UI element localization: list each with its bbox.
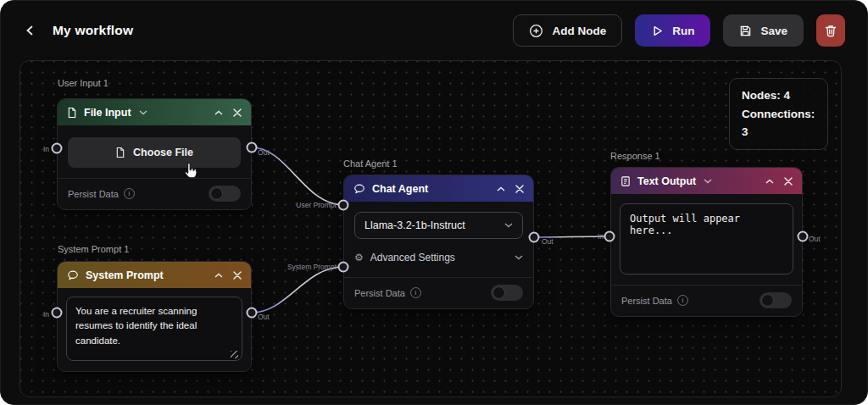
chevron-down-icon	[504, 223, 513, 228]
document-lines-icon	[620, 175, 631, 187]
save-label: Save	[760, 25, 787, 37]
node-ref-user-input-1: User Input 1	[58, 78, 108, 88]
toggle-knob	[210, 187, 223, 200]
advanced-settings-toggle[interactable]: ⚙ Advanced Settings	[354, 252, 523, 264]
node-chat-agent-header[interactable]: Chat Agent	[344, 175, 533, 202]
advanced-settings-label: Advanced Settings	[370, 252, 455, 264]
edge-systemprompt-to-systemprompt	[252, 267, 343, 313]
info-icon[interactable]: i	[410, 287, 421, 298]
port-text-output-in[interactable]	[604, 231, 615, 242]
play-icon	[651, 25, 664, 37]
toggle-knob	[492, 286, 505, 299]
port-system-prompt-in[interactable]	[52, 308, 63, 319]
persist-data-row: Persist Data i	[58, 178, 251, 209]
model-select-value: Llama-3.2-1b-Instruct	[364, 219, 465, 231]
port-chat-agent-out[interactable]	[529, 232, 540, 243]
node-system-prompt-header[interactable]: System Prompt	[58, 262, 251, 288]
node-file-input[interactable]: File Input Choo	[57, 98, 252, 210]
plus-circle-icon	[529, 24, 543, 38]
node-ref-response-1: Response 1	[610, 151, 660, 161]
persist-data-toggle[interactable]	[209, 186, 241, 202]
top-bar: My workflow Add Node Run Save	[1, 1, 867, 60]
chevron-left-icon	[25, 25, 36, 36]
run-button[interactable]: Run	[635, 14, 710, 47]
app-window: My workflow Add Node Run Save	[0, 0, 868, 405]
run-label: Run	[672, 25, 694, 37]
port-label-in: In	[598, 232, 604, 241]
stats-connections: Connections: 3	[742, 105, 815, 141]
port-file-input-in[interactable]	[52, 143, 63, 154]
port-system-prompt-out[interactable]	[247, 308, 258, 319]
file-icon	[67, 107, 77, 119]
page-title: My workflow	[53, 23, 133, 38]
port-label-out: Out	[258, 313, 270, 321]
port-chat-agent-system-prompt[interactable]	[338, 262, 349, 273]
node-text-output-header[interactable]: Text Output	[611, 168, 802, 194]
delete-workflow-button[interactable]	[816, 14, 845, 47]
toolbar: Add Node Run Save	[513, 14, 845, 47]
info-icon[interactable]: i	[124, 188, 135, 199]
trash-icon	[825, 25, 837, 37]
persist-data-row: Persist Data i	[611, 285, 802, 316]
back-button[interactable]	[23, 23, 37, 38]
port-label-in: In	[43, 145, 49, 153]
add-node-button[interactable]: Add Node	[513, 14, 622, 47]
close-icon[interactable]	[233, 108, 242, 117]
output-display: Output will appear here...	[620, 203, 793, 275]
choose-file-label: Choose File	[133, 147, 193, 158]
save-button[interactable]: Save	[723, 14, 804, 47]
node-text-output[interactable]: Text Output Output will appear here...	[610, 167, 803, 317]
persist-data-label: Persist Data	[621, 296, 672, 306]
persist-data-toggle[interactable]	[491, 285, 523, 301]
collapse-icon[interactable]	[214, 273, 223, 278]
collapse-icon[interactable]	[214, 110, 223, 115]
port-file-input-out[interactable]	[247, 142, 258, 153]
node-system-prompt[interactable]: System Prompt You are a recruiter scanni…	[57, 261, 252, 372]
file-icon	[115, 147, 125, 158]
node-system-prompt-title: System Prompt	[86, 269, 164, 281]
port-text-output-out[interactable]	[798, 231, 809, 242]
persist-data-label: Persist Data	[68, 189, 119, 199]
model-select[interactable]: Llama-3.2-1b-Instruct	[354, 212, 523, 239]
close-icon[interactable]	[233, 271, 242, 280]
node-chat-agent-title: Chat Agent	[372, 183, 428, 195]
node-ref-system-prompt-1: System Prompt 1	[58, 244, 129, 254]
chevron-down-icon[interactable]	[139, 110, 147, 115]
choose-file-button[interactable]: Choose File	[68, 137, 241, 168]
info-icon[interactable]: i	[677, 295, 688, 306]
chevron-down-icon[interactable]	[704, 179, 712, 184]
add-node-label: Add Node	[552, 25, 606, 37]
port-label-in: In	[43, 310, 49, 319]
close-icon[interactable]	[784, 177, 793, 186]
node-file-input-title: File Input	[84, 107, 131, 119]
chevron-down-icon	[515, 255, 523, 260]
stats-box: Nodes: 4 Connections: 3	[729, 78, 828, 150]
node-ref-chat-agent-1: Chat Agent 1	[343, 158, 398, 169]
node-file-input-header[interactable]: File Input	[58, 99, 251, 125]
system-prompt-textarea[interactable]: You are a recruiter scanning resumes to …	[66, 297, 242, 361]
collapse-icon[interactable]	[497, 186, 505, 191]
port-label-system-prompt: System Prompt	[287, 263, 337, 271]
persist-data-toggle[interactable]	[760, 292, 792, 308]
chat-bubble-icon	[353, 183, 365, 195]
collapse-icon[interactable]	[765, 179, 774, 184]
persist-data-label: Persist Data	[354, 288, 405, 298]
persist-data-row: Persist Data i	[344, 277, 533, 308]
toggle-knob	[761, 294, 774, 307]
node-text-output-title: Text Output	[637, 175, 696, 187]
stats-nodes: Nodes: 4	[742, 86, 815, 105]
chat-bubble-icon	[67, 269, 79, 281]
floppy-icon	[739, 25, 752, 37]
port-label-out: Out	[542, 237, 554, 246]
gear-icon: ⚙	[354, 252, 364, 263]
port-chat-agent-user-prompt[interactable]	[338, 200, 349, 211]
node-chat-agent[interactable]: Chat Agent Llama-3.2-1b-Instruct	[343, 175, 534, 309]
workflow-canvas[interactable]: Nodes: 4 Connections: 3 User Input 1 Fil…	[19, 60, 842, 397]
port-label-user-prompt: User Prompt	[296, 201, 337, 209]
port-label-out: Out	[809, 235, 821, 243]
close-icon[interactable]	[515, 185, 524, 193]
port-label-out: Out	[258, 148, 270, 157]
